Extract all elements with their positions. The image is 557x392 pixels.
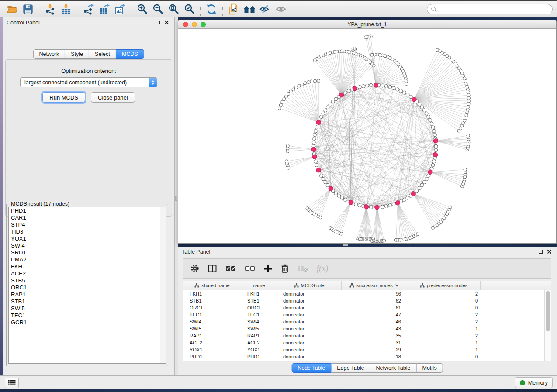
table-row[interactable]: TEC1TEC1connector472 bbox=[183, 311, 544, 318]
add-icon[interactable] bbox=[264, 265, 272, 273]
import-table-button[interactable] bbox=[58, 2, 74, 16]
mcds-result-item[interactable]: STB1 bbox=[9, 298, 166, 305]
mcds-result-item[interactable]: CAR1 bbox=[9, 214, 166, 221]
zoom-in-button[interactable] bbox=[134, 2, 150, 16]
table-cell: TEC1 bbox=[241, 312, 277, 317]
column-header-successor-nodes[interactable]: successor nodes bbox=[342, 281, 407, 290]
table-row[interactable]: SWI5SWI5connector431 bbox=[183, 325, 544, 332]
mcds-result-item[interactable]: SRD1 bbox=[9, 249, 166, 256]
save-icon bbox=[23, 4, 33, 14]
new-network-from-selection-button[interactable] bbox=[226, 2, 242, 16]
mcds-result-item[interactable]: PHD1 bbox=[9, 207, 166, 214]
mcds-result-item[interactable]: FKH1 bbox=[9, 263, 166, 270]
save-session-button[interactable] bbox=[20, 2, 36, 16]
horizontal-splitter[interactable] bbox=[343, 244, 348, 246]
tab-network-table[interactable]: Network Table bbox=[370, 363, 417, 373]
table-cell: 61 bbox=[342, 305, 407, 310]
show-columns-icon[interactable] bbox=[208, 265, 217, 272]
delete-table-icon[interactable] bbox=[298, 265, 308, 272]
column-header-predecessor-nodes[interactable]: predecessor nodes bbox=[407, 281, 481, 290]
gear-icon[interactable] bbox=[190, 264, 199, 273]
mcds-result-item[interactable]: RAP1 bbox=[9, 291, 166, 298]
mcds-result-item[interactable]: SWI4 bbox=[9, 242, 166, 249]
trash-icon[interactable] bbox=[281, 264, 289, 273]
table-row[interactable]: ACE2ACE2connector311 bbox=[183, 339, 544, 346]
minimize-window-icon[interactable] bbox=[192, 22, 197, 27]
mcds-result-item[interactable]: PMA2 bbox=[9, 256, 166, 263]
table-row[interactable]: YOX1YOX1connector291 bbox=[183, 346, 544, 353]
mcds-list-scrollbar[interactable] bbox=[160, 207, 166, 363]
close-panel-icon[interactable] bbox=[547, 249, 552, 254]
table-row[interactable]: ORC1ORC1dominator610 bbox=[183, 304, 544, 311]
close-panel-icon[interactable] bbox=[164, 20, 169, 25]
search-box[interactable] bbox=[427, 4, 553, 14]
export-table-button[interactable] bbox=[96, 2, 112, 16]
network-window-titlebar[interactable]: YPA_prune.txt_1 bbox=[178, 20, 556, 29]
table-cell: FKH1 bbox=[241, 291, 277, 296]
export-network-button[interactable] bbox=[80, 2, 96, 16]
hide-selected-button[interactable] bbox=[257, 2, 273, 16]
table-row[interactable]: STB1STB1dominator620 bbox=[183, 297, 544, 304]
run-mcds-button[interactable]: Run MCDS bbox=[42, 92, 85, 103]
tab-mcds[interactable]: MCDS bbox=[116, 49, 144, 59]
maximize-window-icon[interactable] bbox=[201, 22, 206, 27]
table-cell: 2 bbox=[407, 319, 481, 324]
tab-node-table[interactable]: Node Table bbox=[291, 363, 331, 373]
import-network-button[interactable] bbox=[42, 2, 58, 16]
table-scrollbar[interactable] bbox=[544, 290, 551, 361]
tab-motifs[interactable]: Motifs bbox=[416, 363, 443, 373]
mcds-result-item[interactable]: STB5 bbox=[9, 277, 166, 284]
tab-style[interactable]: Style bbox=[65, 49, 89, 59]
tab-network[interactable]: Network bbox=[33, 49, 65, 59]
zoom-out-button[interactable] bbox=[150, 2, 166, 16]
zoom-fit-icon bbox=[168, 3, 179, 14]
toolbar-separator bbox=[77, 3, 77, 16]
column-header-name[interactable]: name bbox=[241, 281, 277, 290]
first-neighbors-button[interactable] bbox=[242, 2, 257, 16]
open-file-button[interactable] bbox=[4, 2, 20, 16]
export-image-icon bbox=[114, 3, 125, 15]
tab-edge-table[interactable]: Edge Table bbox=[331, 363, 370, 373]
select-all-icon[interactable] bbox=[225, 265, 236, 272]
float-window-icon[interactable] bbox=[539, 250, 543, 254]
mcds-result-list[interactable]: PHD1CAR1STP4TID3YOX1SWI4SRD1PMA2FKH1ACE2… bbox=[8, 207, 166, 364]
mcds-result-item[interactable]: SWI5 bbox=[9, 305, 166, 312]
deselect-all-icon[interactable] bbox=[245, 265, 255, 272]
close-panel-button[interactable]: Close panel bbox=[91, 92, 135, 103]
network-canvas[interactable] bbox=[178, 29, 556, 243]
close-window-icon[interactable] bbox=[183, 22, 188, 27]
optimization-criterion-select[interactable]: largest connected component (undirected) bbox=[20, 77, 157, 87]
float-window-icon[interactable] bbox=[156, 21, 160, 24]
table-row[interactable]: RAP1RAP1dominator352 bbox=[183, 332, 544, 339]
mcds-result-item[interactable]: STP4 bbox=[9, 221, 166, 228]
mcds-result-item[interactable]: ACE2 bbox=[9, 270, 166, 277]
function-builder-icon[interactable]: f(x) bbox=[317, 264, 328, 273]
vertical-splitter[interactable] bbox=[175, 17, 178, 375]
table-row[interactable]: SWI4SWI4dominator462 bbox=[183, 318, 544, 325]
apply-layout-button[interactable] bbox=[204, 2, 219, 16]
mcds-result-item[interactable]: GCR1 bbox=[9, 319, 166, 326]
column-header-shared-name[interactable]: shared name bbox=[183, 281, 241, 290]
mcds-result-item[interactable]: YOX1 bbox=[9, 235, 166, 242]
table-cell: ACE2 bbox=[241, 340, 277, 345]
zoom-selected-button[interactable] bbox=[181, 2, 197, 16]
table-cell: 29 bbox=[342, 347, 407, 352]
memory-button[interactable]: Memory bbox=[515, 377, 553, 388]
tab-select[interactable]: Select bbox=[89, 49, 116, 59]
table-row[interactable]: FKH1FKH1dominator962 bbox=[183, 290, 544, 297]
column-header-filler bbox=[481, 281, 551, 290]
mcds-result-item[interactable]: ORC1 bbox=[9, 284, 166, 291]
column-header-mcds-role[interactable]: MCDS role bbox=[277, 281, 342, 290]
scrollbar-thumb[interactable] bbox=[546, 291, 550, 331]
zoom-fit-button[interactable] bbox=[166, 2, 181, 16]
table-cell: 1 bbox=[407, 347, 481, 352]
search-input[interactable] bbox=[437, 5, 549, 13]
table-cell: connector bbox=[277, 326, 342, 331]
task-history-button[interactable] bbox=[5, 378, 19, 388]
export-table-icon bbox=[98, 3, 110, 15]
export-image-button[interactable] bbox=[112, 2, 128, 16]
show-all-button[interactable] bbox=[273, 2, 289, 16]
mcds-result-item[interactable]: TID3 bbox=[9, 228, 166, 235]
mcds-result-item[interactable]: TEC1 bbox=[9, 312, 166, 319]
table-row[interactable]: PHD1PHD1dominator180 bbox=[183, 353, 544, 360]
